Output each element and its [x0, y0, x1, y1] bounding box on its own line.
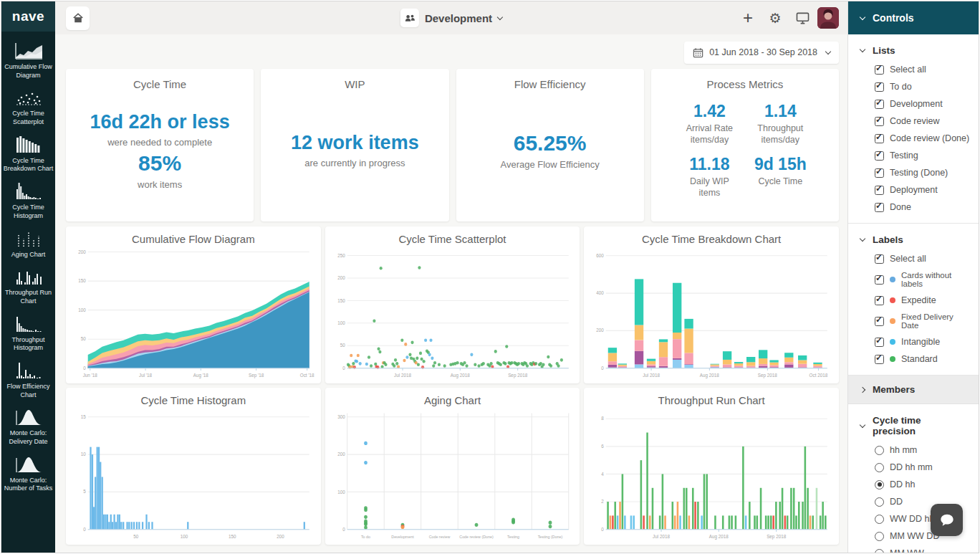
sidebar-item-cycle-time-scatterplot[interactable]: Cycle Time Scatterplot — [1, 87, 55, 126]
cycle-time-breakdown-card: Cycle Time Breakdown Chart 0200400600Jul… — [584, 226, 839, 383]
throughput-run-chart[interactable]: 02468Jul 2018Aug 2018Sep 2018 — [589, 409, 834, 541]
label-filter-standard[interactable]: Standard — [848, 350, 979, 368]
lists-section-header[interactable]: Lists — [848, 40, 979, 61]
list-filter-development[interactable]: Development — [848, 95, 979, 113]
checkbox-label: Expedite — [901, 295, 936, 305]
sidebar-item-cycle-time-histogram[interactable]: Cycle Time Histogram — [1, 181, 55, 220]
radio-button[interactable] — [875, 532, 884, 541]
checkbox[interactable] — [875, 100, 884, 109]
card-title: Cycle Time — [133, 78, 186, 90]
home-button[interactable] — [66, 6, 90, 30]
topbar-actions: + ⚙ — [736, 6, 839, 30]
checkbox[interactable] — [875, 186, 884, 195]
list-filter-select-all[interactable]: Select all — [848, 61, 979, 78]
checkbox[interactable] — [875, 117, 884, 126]
sidebar-item-cumulative-flow-diagram[interactable]: Cumulative Flow Diagram — [1, 40, 55, 80]
svg-text:Jul '18: Jul '18 — [139, 372, 152, 377]
cycle-time-scatterplot-chart[interactable]: 050100150200250Jul 2018Aug 2018Sep 2018 — [330, 247, 575, 380]
checkbox[interactable] — [875, 82, 884, 92]
checkbox[interactable] — [875, 355, 884, 364]
aging-chart-card: Aging Chart 0100200300To doDevelopmentCo… — [325, 388, 580, 545]
checkbox[interactable] — [875, 296, 884, 305]
list-filter-to-do[interactable]: To do — [848, 78, 979, 95]
precision-option-mm-ww[interactable]: MM WW — [848, 545, 979, 553]
sidebar-item-flow-efficiency-chart[interactable]: Flow Efficiency Chart — [1, 360, 55, 399]
label-color-dot — [890, 356, 895, 362]
precision-option-dd-hh-mm[interactable]: DD hh mm — [848, 459, 979, 476]
dashboard-content: 01 Jun 2018 - 30 Sep 2018 Cycle Time 16d… — [55, 34, 847, 553]
labels-section-header[interactable]: Labels — [848, 229, 979, 250]
label-filter-cards-without-labels[interactable]: Cards without labels — [848, 267, 979, 292]
cumulative-flow-diagram-chart[interactable]: 050100150200Jun '18Jul '18Aug '18Sep '18… — [71, 247, 316, 380]
label-filter-fixed-delivery-date[interactable]: Fixed Delivery Date — [848, 309, 979, 333]
radio-button[interactable] — [875, 549, 884, 553]
checkbox[interactable] — [875, 275, 884, 285]
display-button[interactable] — [790, 6, 815, 30]
svg-text:5: 5 — [83, 489, 86, 494]
sidebar-item-label: Cycle Time Histogram — [1, 204, 55, 220]
svg-text:100: 100 — [337, 320, 345, 325]
checkbox[interactable] — [875, 134, 884, 143]
card-body: 12 work items are currently in progress — [291, 90, 419, 221]
list-filter-testing-done[interactable]: Testing (Done) — [848, 164, 979, 181]
checkbox[interactable] — [875, 168, 884, 178]
radio-button[interactable] — [875, 480, 884, 489]
radio-button[interactable] — [875, 497, 884, 507]
nave-logo[interactable]: nave — [1, 1, 55, 32]
radio-button[interactable] — [875, 515, 884, 524]
radio-button[interactable] — [875, 463, 884, 472]
list-filter-code-review[interactable]: Code review — [848, 113, 979, 130]
chat-launcher-button[interactable] — [931, 504, 963, 536]
sidebar-item-cycle-time-breakdown-chart[interactable]: Cycle Time Breakdown Chart — [1, 134, 55, 173]
checkbox[interactable] — [875, 151, 884, 161]
user-avatar[interactable] — [817, 7, 839, 29]
list-filter-deployment[interactable]: Deployment — [848, 181, 979, 199]
svg-text:0: 0 — [342, 527, 345, 532]
sidebar-item-monte-carlo-delivery-date[interactable]: Monte Carlo: Delivery Date — [1, 406, 55, 446]
sidebar-item-throughput-run-chart[interactable]: Throughput Run Chart — [1, 266, 55, 305]
cycle-time-precision-header[interactable]: Cycle time precision — [848, 410, 979, 441]
svg-text:100: 100 — [337, 489, 345, 494]
flow-efficiency-chart-icon — [13, 360, 44, 381]
label-filter-select-all[interactable]: Select all — [848, 250, 979, 267]
precision-option-hh-mm[interactable]: hh mm — [848, 441, 979, 459]
label-filter-expedite[interactable]: Expedite — [848, 292, 979, 309]
board-selector[interactable]: Development — [400, 9, 502, 27]
flow-efficiency-caption: Average Flow Efficiency — [500, 159, 599, 170]
cycle-time-breakdown-chart[interactable]: 0200400600Jul 2018Aug 2018Sep 2018Oct 20… — [589, 247, 834, 380]
metric-label: Throughputitems/day — [754, 123, 807, 146]
aging-chart[interactable]: 0100200300To doDevelopmentCode reviewCod… — [330, 409, 575, 541]
chevron-down-icon — [860, 236, 865, 242]
checkbox[interactable] — [875, 203, 884, 212]
date-range-picker[interactable]: 01 Jun 2018 - 30 Sep 2018 — [684, 42, 839, 64]
svg-text:50: 50 — [340, 343, 345, 348]
checkbox[interactable] — [875, 254, 884, 264]
plus-icon: + — [743, 9, 753, 27]
add-button[interactable]: + — [736, 6, 760, 30]
checkbox[interactable] — [875, 65, 884, 75]
monitor-icon — [796, 12, 810, 24]
sidebar-item-monte-carlo-number-of-tasks[interactable]: Monte Carlo: Number of Tasks — [1, 454, 55, 493]
list-filter-done[interactable]: Done — [848, 199, 979, 216]
svg-text:Development: Development — [391, 534, 414, 538]
checkbox[interactable] — [875, 317, 884, 326]
card-title: Flow Efficiency — [514, 78, 586, 90]
checkbox[interactable] — [875, 338, 884, 347]
label-filter-intangible[interactable]: Intangible — [848, 333, 979, 350]
sidebar-item-aging-chart[interactable]: Aging Chart — [1, 228, 55, 259]
label-color-dot — [890, 339, 895, 345]
chevron-down-icon — [860, 421, 865, 427]
sidebar-item-throughput-histogram[interactable]: Throughput Histogram — [1, 313, 55, 353]
controls-header[interactable]: Controls — [848, 1, 979, 34]
list-filter-testing[interactable]: Testing — [848, 147, 979, 164]
sidebar-item-label: Flow Efficiency Chart — [1, 383, 55, 399]
settings-button[interactable]: ⚙ — [763, 6, 787, 30]
svg-text:Oct 2018: Oct 2018 — [810, 372, 828, 377]
label-color-dot — [890, 318, 895, 324]
precision-option-dd-hh[interactable]: DD hh — [848, 476, 979, 493]
members-section-header[interactable]: Members — [848, 376, 979, 404]
cycle-time-histogram-chart[interactable]: 05101550100150200 — [71, 409, 316, 541]
radio-button[interactable] — [875, 446, 884, 455]
list-filter-code-review-done[interactable]: Code review (Done) — [848, 130, 979, 147]
radio-label: hh mm — [890, 445, 917, 455]
